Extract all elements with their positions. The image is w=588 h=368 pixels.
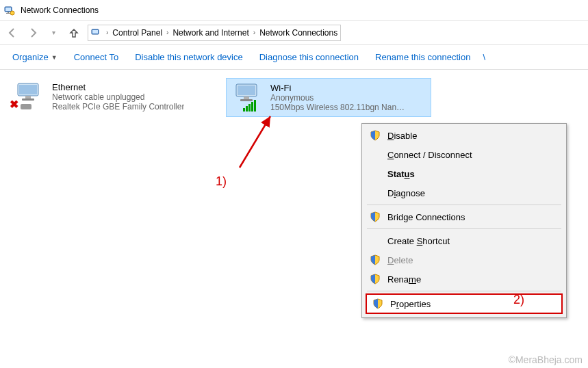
menu-label: Bridge Connections — [387, 212, 465, 222]
svg-rect-9 — [25, 96, 31, 98]
menu-connect-disconnect[interactable]: Connect / Disconnect — [364, 145, 564, 164]
menu-label: Rename — [387, 274, 421, 285]
shield-icon — [370, 211, 381, 222]
signal-bars-icon — [243, 100, 256, 111]
recent-dropdown[interactable]: ▾ — [47, 26, 60, 40]
network-connections-icon — [4, 5, 15, 16]
breadcrumb-item[interactable]: Network Connections — [259, 28, 337, 38]
up-button[interactable] — [67, 26, 81, 40]
svg-rect-13 — [244, 96, 249, 99]
breadcrumb-item[interactable]: Network and Internet — [172, 28, 248, 38]
wifi-icon — [231, 83, 264, 110]
context-menu: Disable Connect / Disconnect Status Diag… — [361, 123, 567, 318]
svg-point-4 — [10, 11, 14, 15]
menu-disable[interactable]: Disable — [364, 126, 564, 145]
toolbar-label: Rename this connection — [375, 52, 470, 62]
svg-rect-3 — [6, 13, 10, 14]
plug-icon — [21, 104, 31, 109]
menu-status[interactable]: Status — [364, 164, 564, 183]
shield-icon — [372, 298, 383, 309]
svg-rect-12 — [238, 86, 255, 95]
menu-create-shortcut[interactable]: Create Shortcut — [364, 231, 564, 250]
titlebar: Network Connections — [0, 0, 588, 21]
toolbar-connect-to[interactable]: Connect To — [70, 49, 123, 65]
menu-properties[interactable]: Properties — [366, 293, 563, 314]
annotation-label-2: 2) — [513, 293, 524, 307]
breadcrumb[interactable]: › Control Panel › Network and Internet ›… — [88, 25, 341, 41]
annotation-label-1: 1) — [216, 174, 227, 189]
connection-status: Anonymous — [270, 93, 405, 103]
toolbar-label: Diagnose this connection — [259, 52, 359, 62]
breadcrumb-root-icon — [91, 27, 102, 38]
menu-label: Status — [387, 169, 415, 179]
toolbar-rename[interactable]: Rename this connection — [371, 49, 474, 65]
toolbar-label: Organize — [12, 52, 49, 62]
toolbar-diagnose[interactable]: Diagnose this connection — [255, 49, 363, 65]
ethernet-icon: ✖ — [12, 82, 45, 109]
back-button[interactable] — [5, 26, 19, 40]
error-x-icon: ✖ — [10, 98, 18, 111]
svg-rect-8 — [19, 85, 37, 94]
toolbar-disable[interactable]: Disable this network device — [131, 49, 247, 65]
chevron-down-icon: ▼ — [51, 54, 57, 61]
connection-name: Wi-Fi — [270, 83, 405, 93]
breadcrumb-sep: › — [106, 29, 108, 36]
svg-rect-2 — [8, 12, 9, 13]
shield-icon — [370, 254, 381, 265]
menu-separator — [367, 205, 561, 205]
forward-button[interactable] — [26, 26, 40, 40]
shield-icon — [370, 274, 381, 285]
toolbar: Organize ▼ Connect To Disable this netwo… — [0, 45, 588, 70]
svg-rect-6 — [92, 30, 98, 34]
menu-label: Connect / Disconnect — [387, 150, 472, 160]
connection-item-wifi[interactable]: Wi-Fi Anonymous 150Mbps Wireless 802.11b… — [226, 78, 431, 117]
toolbar-label: Connect To — [74, 52, 119, 62]
menu-label: Diagnose — [387, 188, 425, 198]
menu-bridge[interactable]: Bridge Connections — [364, 207, 564, 226]
navbar: ▾ › Control Panel › Network and Internet… — [0, 21, 588, 45]
shield-icon — [370, 130, 381, 141]
menu-label: Properties — [390, 299, 431, 309]
watermark: ©MeraBheja.com — [509, 354, 583, 365]
toolbar-overflow: \ — [483, 52, 485, 62]
connection-item-ethernet[interactable]: ✖ Ethernet Network cable unplugged Realt… — [8, 78, 214, 116]
svg-rect-1 — [5, 8, 11, 11]
breadcrumb-sep: › — [253, 29, 255, 36]
breadcrumb-item[interactable]: Control Panel — [112, 28, 162, 38]
menu-separator — [367, 291, 561, 291]
window-title: Network Connections — [21, 5, 99, 15]
content-area: ✖ Ethernet Network cable unplugged Realt… — [0, 70, 588, 125]
menu-label: Create Shortcut — [387, 236, 450, 246]
connection-device: Realtek PCIe GBE Family Controller — [52, 102, 184, 111]
breadcrumb-sep: › — [166, 29, 168, 36]
menu-separator — [367, 228, 561, 229]
menu-label: Disable — [387, 131, 417, 141]
svg-rect-10 — [22, 98, 34, 101]
toolbar-label: Disable this network device — [135, 52, 243, 62]
connection-status: Network cable unplugged — [52, 92, 184, 102]
toolbar-organize[interactable]: Organize ▼ — [8, 49, 62, 65]
connection-device: 150Mbps Wireless 802.11bgn Nan… — [270, 103, 405, 112]
menu-delete: Delete — [364, 250, 564, 270]
connection-name: Ethernet — [52, 82, 184, 92]
menu-rename[interactable]: Rename — [364, 270, 564, 289]
menu-diagnose[interactable]: Diagnose — [364, 183, 564, 202]
menu-label: Delete — [387, 255, 413, 265]
